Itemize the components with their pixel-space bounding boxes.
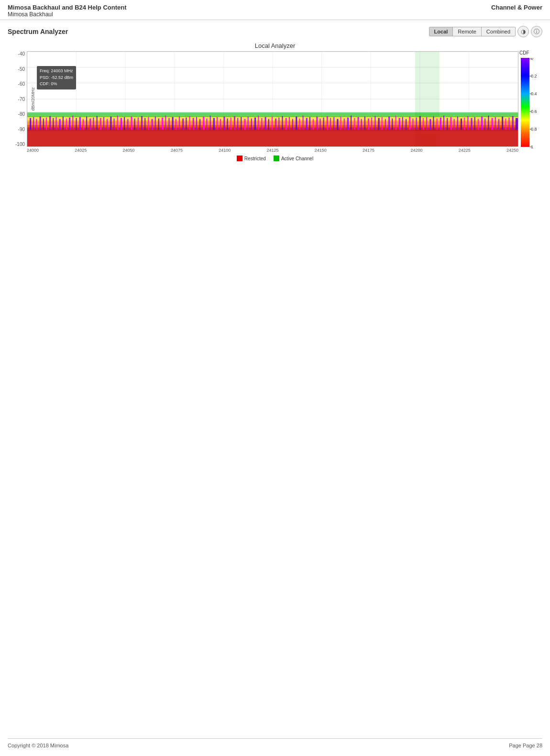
svg-rect-100 [296,117,297,130]
svg-rect-70 [193,118,194,130]
svg-rect-47 [114,119,115,130]
svg-rect-105 [313,119,314,130]
x-axis: 24000 24025 24050 24075 24100 24125 2415… [27,148,518,153]
svg-rect-112 [337,119,338,130]
cdf-bar-svg: 0 0.2 0.4 0.6 0.8 1 [518,58,542,154]
svg-rect-88 [254,118,256,130]
svg-rect-109 [327,116,328,130]
svg-rect-26 [43,119,44,130]
svg-rect-161 [505,119,506,130]
svg-rect-133 [409,117,410,130]
y-tick: -40 [18,51,25,56]
svg-rect-121 [368,119,369,130]
svg-rect-61 [162,118,163,130]
copyright-text: Copyright © 2018 Mimosa [8,743,68,748]
y-tick: -90 [18,127,25,132]
remote-button[interactable]: Remote [453,27,482,36]
y-tick: -50 [18,67,25,72]
combined-button[interactable]: Combined [482,27,515,36]
svg-rect-50 [124,117,125,130]
svg-rect-31 [59,119,61,130]
svg-rect-94 [275,119,276,130]
y-tick: -70 [18,97,25,102]
svg-rect-96 [282,116,283,130]
svg-rect-136 [419,116,421,130]
legend-active-channel-label: Active Channel [281,156,313,161]
svg-rect-38 [83,119,84,130]
svg-rect-57 [148,117,149,130]
x-tick: 24250 [506,148,518,153]
svg-rect-74 [206,119,207,130]
svg-rect-78 [220,119,221,130]
chart-canvas[interactable]: dBm/20MHz Freq: 24003 MHz PSD: -52.52 dB… [27,51,518,147]
page-footer: Copyright © 2018 Mimosa Page Page 28 [8,738,542,748]
theme-toggle-button[interactable]: ◑ [517,26,529,37]
y-tick: -80 [18,111,25,117]
svg-rect-139 [429,119,431,130]
svg-rect-159 [498,119,499,130]
svg-rect-72 [199,119,200,130]
svg-rect-83 [237,118,238,130]
svg-rect-86 [248,117,249,130]
svg-rect-69 [189,116,190,130]
svg-rect-125 [382,117,383,130]
svg-rect-120 [364,117,365,130]
svg-rect-104 [309,117,310,130]
chart-wrapper: Local Analyzer -40 -50 -60 -70 -80 -90 -… [8,42,542,161]
toolbar: Local Remote Combined ◑ ⓘ [429,26,542,37]
x-tick: 24175 [363,148,374,153]
svg-rect-58 [152,119,153,130]
spectrum-svg: dBm/20MHz [27,52,518,146]
svg-rect-33 [66,119,67,130]
svg-rect-160 [502,117,503,130]
svg-rect-36 [76,118,77,130]
svg-rect-37 [79,117,81,130]
active-channel-color-swatch [274,156,279,161]
svg-rect-156 [488,116,489,130]
svg-rect-54 [138,118,139,130]
x-tick: 24150 [315,148,327,153]
svg-rect-135 [416,118,417,130]
svg-rect-95 [278,118,279,130]
tooltip-cdf: CDF: 0% [40,81,73,88]
y-tick: -60 [18,81,25,87]
local-button[interactable]: Local [429,27,453,36]
chart-area: -40 -50 -60 -70 -80 -90 -100 [8,51,542,147]
spectrum-analyzer-section: Spectrum Analyzer Local Remote Combined … [0,20,550,161]
svg-rect-52 [131,117,132,130]
svg-rect-132 [406,119,407,130]
svg-rect-62 [165,116,166,130]
legend-active-channel: Active Channel [274,156,313,161]
chart-legend: Restricted Active Channel [8,156,542,161]
svg-rect-60 [158,119,159,130]
svg-rect-32 [63,117,64,130]
svg-rect-66 [179,117,180,130]
spectrum-analyzer-title: Spectrum Analyzer [8,28,68,35]
svg-rect-45 [107,119,108,130]
svg-rect-75 [210,116,211,130]
svg-rect-39 [86,117,87,130]
info-button[interactable]: ⓘ [531,26,542,37]
svg-rect-162 [509,118,510,130]
x-tick: 24200 [410,148,422,153]
svg-rect-110 [330,118,331,130]
svg-rect-164 [516,118,518,130]
tooltip-psd: PSD: -52.52 dBm [40,75,73,81]
svg-rect-84 [241,117,242,130]
svg-rect-146 [454,119,455,130]
svg-rect-48 [117,116,118,130]
svg-rect-123 [374,116,375,130]
svg-rect-67 [182,119,184,130]
svg-rect-115 [347,118,349,130]
restricted-color-swatch [237,156,242,161]
page-subtitle: Mimosa Backhaul [8,11,542,18]
svg-rect-53 [134,119,135,130]
svg-rect-142 [440,118,441,130]
svg-rect-34 [69,118,70,130]
chart-tooltip: Freq: 24003 MHz PSD: -52.52 dBm CDF: 0% [37,66,76,89]
legend-restricted-label: Restricted [244,156,266,161]
x-tick: 24025 [75,148,87,153]
chart-title: Local Analyzer [8,42,542,49]
svg-rect-141 [437,119,438,130]
legend-restricted: Restricted [237,156,266,161]
